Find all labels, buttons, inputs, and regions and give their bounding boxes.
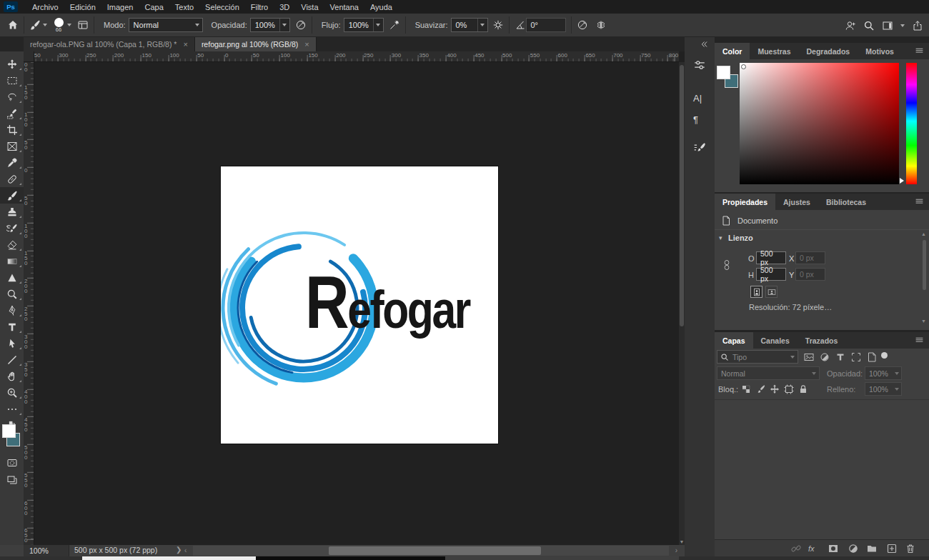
new-layer-icon[interactable]: [886, 543, 898, 554]
sliders-panel-icon[interactable]: [693, 59, 706, 71]
pen-tool[interactable]: [0, 302, 24, 319]
tab-trazados[interactable]: Trazados: [798, 332, 846, 349]
delete-layer-icon[interactable]: [905, 543, 916, 554]
layer-style-fx-icon[interactable]: fx: [808, 544, 820, 556]
type-layer-filter-icon[interactable]: [835, 351, 846, 363]
y-field[interactable]: 0 px: [795, 268, 825, 281]
close-icon[interactable]: ×: [304, 40, 309, 49]
vertical-scrollbar[interactable]: ▼: [679, 62, 685, 545]
orientation-landscape-button[interactable]: [765, 286, 778, 298]
clone-stamp-tool[interactable]: [0, 204, 24, 220]
panel-scrollbar-thumb[interactable]: [923, 240, 926, 290]
tab-motivos[interactable]: Motivos: [858, 43, 902, 59]
share-account-icon[interactable]: [845, 20, 856, 31]
collapse-chevron-icon[interactable]: ▾: [719, 234, 722, 241]
scroll-down-arrow[interactable]: ▼: [921, 319, 926, 324]
chevron-down-icon[interactable]: [900, 24, 905, 27]
pressure-size-icon[interactable]: [577, 19, 588, 31]
more-tools[interactable]: [0, 401, 24, 417]
link-dimensions-icon[interactable]: [721, 256, 732, 274]
type-tool[interactable]: [0, 319, 24, 335]
layer-filter-select[interactable]: Tipo: [717, 350, 798, 364]
close-icon[interactable]: ×: [183, 40, 187, 49]
path-select-tool[interactable]: [0, 335, 24, 351]
brush-angle-field[interactable]: 0°: [526, 18, 566, 32]
workspace-switcher-icon[interactable]: [882, 20, 893, 31]
adjustment-layer-filter-icon[interactable]: [819, 351, 830, 363]
character-panel-icon[interactable]: A|: [693, 93, 706, 106]
flow-field[interactable]: 100%: [344, 18, 384, 32]
status-options-chevron[interactable]: ❯: [176, 546, 182, 554]
quick-mask-icon[interactable]: [6, 457, 18, 469]
menu-item-texto[interactable]: Texto: [169, 1, 199, 13]
tab-degradados[interactable]: Degradados: [799, 43, 858, 59]
chevron-down-icon[interactable]: [43, 24, 47, 26]
saturation-brightness-field[interactable]: [740, 63, 899, 184]
healing-brush-tool[interactable]: [0, 171, 24, 187]
panel-menu-icon[interactable]: [915, 46, 924, 56]
filter-toggle-icon[interactable]: [881, 352, 888, 359]
zoom-level-field[interactable]: 100%: [24, 545, 69, 556]
scroll-up-arrow[interactable]: ▲: [921, 231, 926, 236]
link-layers-icon[interactable]: [790, 543, 802, 554]
expand-panels-icon[interactable]: [699, 39, 709, 49]
eyedropper-tool[interactable]: [0, 154, 24, 171]
airbrush-icon[interactable]: [389, 19, 400, 31]
ruler-corner[interactable]: [24, 51, 34, 62]
zoom-tool[interactable]: [0, 384, 24, 401]
lock-paint-icon[interactable]: [755, 384, 766, 395]
lock-move-icon[interactable]: [769, 384, 780, 395]
brush-preset-picker[interactable]: 66: [51, 18, 66, 33]
menu-item-imagen[interactable]: Imagen: [101, 1, 139, 13]
tab-canales[interactable]: Canales: [753, 332, 798, 349]
new-group-icon[interactable]: [866, 543, 878, 554]
layer-fill-field[interactable]: 100%: [865, 382, 902, 396]
brush-settings-toggle-icon[interactable]: [77, 19, 89, 31]
width-field[interactable]: 500 px: [756, 251, 786, 264]
gradient-tool[interactable]: [0, 253, 24, 269]
pressure-opacity-icon[interactable]: [295, 19, 307, 31]
lasso-tool[interactable]: [0, 89, 24, 105]
menu-item-3d[interactable]: 3D: [274, 1, 295, 13]
share-export-icon[interactable]: [912, 20, 923, 31]
document-tab[interactable]: refogar-ola.PNG al 100% (Capa 1, RGB/8) …: [24, 37, 195, 51]
line-tool[interactable]: [0, 351, 24, 368]
new-adjustment-icon[interactable]: [848, 543, 859, 554]
vertical-ruler[interactable]: 2 0 01 5 01 0 05 005 01 0 01 5 02 0 02 5…: [24, 62, 34, 545]
tab-ajustes[interactable]: Ajustes: [775, 194, 818, 210]
vertical-scrollbar-thumb[interactable]: [680, 65, 684, 326]
lock-all-icon[interactable]: [798, 384, 809, 395]
smoothing-field[interactable]: 0%: [451, 18, 488, 32]
menu-item-ayuda[interactable]: Ayuda: [364, 1, 398, 13]
search-icon[interactable]: [863, 20, 875, 31]
foreground-color-swatch[interactable]: [717, 66, 730, 79]
horizontal-ruler[interactable]: 3503002502001501005005010015020025030035…: [34, 51, 679, 62]
menu-item-capa[interactable]: Capa: [139, 1, 169, 13]
layer-blend-mode-select[interactable]: Normal: [717, 366, 820, 380]
gear-icon[interactable]: [492, 19, 504, 31]
horizontal-scrollbar[interactable]: ‹ ›: [184, 546, 677, 556]
panel-menu-icon[interactable]: [915, 197, 924, 206]
hue-slider[interactable]: [906, 63, 917, 184]
add-mask-icon[interactable]: [828, 543, 839, 554]
brush-tool-preset-icon[interactable]: [29, 19, 41, 31]
panel-menu-icon[interactable]: [915, 336, 924, 345]
pixel-layer-filter-icon[interactable]: [803, 351, 815, 363]
menu-item-filtro[interactable]: Filtro: [245, 1, 274, 13]
blur-tool[interactable]: [0, 269, 24, 286]
opacity-field[interactable]: 100%: [250, 18, 290, 32]
tab-color[interactable]: Color: [715, 43, 750, 59]
tab-propiedades[interactable]: Propiedades: [715, 194, 775, 210]
marquee-tool[interactable]: [0, 72, 24, 89]
menu-item-edicin[interactable]: Edición: [64, 1, 101, 13]
tab-capas[interactable]: Capas: [715, 332, 753, 349]
height-field[interactable]: 500 px: [756, 268, 786, 281]
frame-tool[interactable]: [0, 138, 24, 154]
object-selection-tool[interactable]: [0, 105, 24, 121]
menu-item-seleccin[interactable]: Selección: [199, 1, 245, 13]
dodge-tool[interactable]: [0, 286, 24, 302]
document-canvas[interactable]: Refogar: [221, 166, 498, 444]
home-icon[interactable]: [7, 19, 19, 31]
screen-mode-icon[interactable]: [6, 474, 18, 486]
scroll-right-arrow[interactable]: ›: [675, 546, 677, 554]
